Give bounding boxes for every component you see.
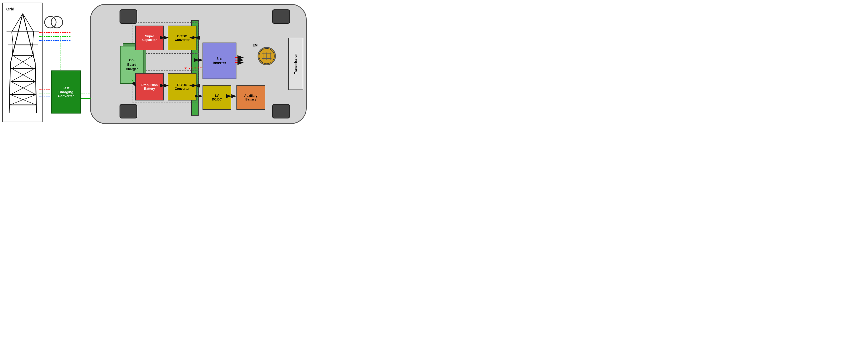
svg-line-13 (12, 32, 13, 45)
line-red-top (39, 32, 70, 33)
car-body: Transmission HVDCBUS On- Board Charger S… (90, 4, 307, 124)
svg-line-12 (23, 13, 34, 32)
line-blue-bottom (39, 97, 52, 97)
dcdc-converter-bottom: DC/DCConverter (168, 73, 196, 100)
wheel-top-right (272, 9, 290, 24)
wheel-bottom-left (120, 104, 137, 119)
transformer-icon (44, 12, 63, 32)
super-capacitor: SuperCapacitor (135, 26, 164, 51)
em-motor-icon (258, 47, 275, 65)
line-green-bottom (39, 93, 52, 93)
transmission-label: Transmission (294, 54, 298, 74)
wheel-top-left (120, 9, 137, 24)
em-label: EM (253, 43, 258, 47)
wheel-bottom-right (272, 104, 290, 119)
transmission-bar: Transmission (288, 38, 303, 90)
line-green-top (39, 36, 70, 37)
3phase-inverter: 3-φInverter (203, 42, 237, 79)
line-blue-top (39, 40, 70, 41)
svg-line-11 (12, 13, 23, 32)
em-motor (257, 47, 276, 65)
propulsion-battery: PropulsionBattery (135, 73, 164, 100)
grid-label: Grid (6, 7, 14, 11)
svg-point-29 (44, 17, 56, 28)
lv-dcdc: LVDC/DC (203, 85, 231, 110)
svg-point-30 (51, 17, 63, 28)
grid-box: Grid (2, 3, 42, 122)
svg-line-14 (33, 32, 34, 45)
line-red-bottom (39, 89, 52, 90)
diagram-container: Grid (0, 0, 313, 129)
power-tower-icon (6, 11, 39, 115)
auxiliary-battery: AuxiliaryBattery (237, 85, 265, 110)
dcdc-converter-top: DC/DCConverter (168, 26, 196, 51)
fast-charger-to-car-green (81, 98, 91, 99)
fast-charging-converter: FastChargingConverter (51, 70, 81, 113)
